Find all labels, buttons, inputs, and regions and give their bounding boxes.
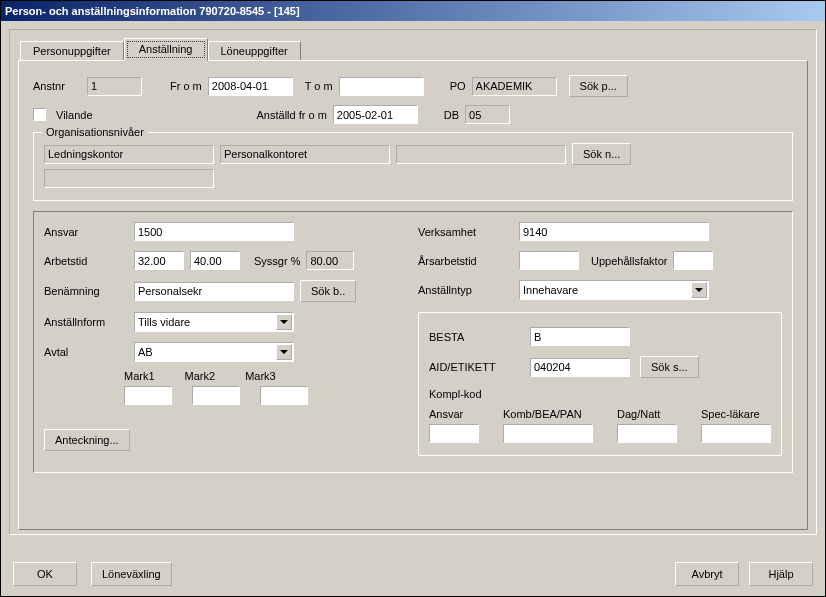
from-label: Fr o m <box>170 80 202 92</box>
arbetstid-label: Arbetstid <box>44 255 134 267</box>
ansvar-input[interactable] <box>134 222 294 241</box>
soks-button[interactable]: Sök s... <box>640 356 699 378</box>
org-legend: Organisationsnivåer <box>42 126 148 138</box>
bottom-buttons: OK Löneväxling Avbryt Hjälp <box>13 562 813 586</box>
org-n3 <box>396 145 566 164</box>
window: Person- och anställningsinformation 7907… <box>0 0 826 597</box>
po-input <box>472 77 557 96</box>
anstallntyp-value: Innehavare <box>523 284 578 296</box>
verksamhet-input[interactable] <box>519 222 709 241</box>
anstnr-label: Anstnr <box>33 80 81 92</box>
anstallnform-select[interactable]: Tills vidare <box>134 312 294 332</box>
arsarbetstid-label: Årsarbetstid <box>418 255 513 267</box>
avtal-label: Avtal <box>44 346 134 358</box>
chevron-down-icon[interactable] <box>276 314 292 330</box>
hjalp-button[interactable]: Hjälp <box>749 562 813 586</box>
anstallnform-label: Anställnform <box>44 316 134 328</box>
from-input[interactable] <box>208 77 293 96</box>
org-n4 <box>44 169 214 188</box>
avbryt-button[interactable]: Avbryt <box>675 562 739 586</box>
aid-etikett-label: AID/ETIKETT <box>429 361 524 373</box>
kompl-ansvar-input[interactable] <box>429 424 479 443</box>
sokb-button[interactable]: Sök b.. <box>300 280 356 302</box>
benamning-input[interactable] <box>134 282 294 301</box>
panel: Personuppgifter Anställning Löneuppgifte… <box>9 29 817 535</box>
anteckning-button[interactable]: Anteckning... <box>44 429 130 451</box>
anstallnform-value: Tills vidare <box>138 316 190 328</box>
right-column: Verksamhet Årsarbetstid Uppehållsfaktor … <box>418 222 782 466</box>
db-label: DB <box>444 109 459 121</box>
kompl-ansvar-label: Ansvar <box>429 408 479 420</box>
tab-personuppgifter[interactable]: Personuppgifter <box>20 41 124 60</box>
window-title: Person- och anställningsinformation 7907… <box>5 5 300 17</box>
vilande-checkbox[interactable] <box>33 108 46 121</box>
tab-loneuppgifter[interactable]: Löneuppgifter <box>208 41 301 60</box>
speclakare-label: Spec-läkare <box>701 408 760 420</box>
arbetstid1-input[interactable] <box>134 251 184 270</box>
titlebar[interactable]: Person- och anställningsinformation 7907… <box>1 1 825 21</box>
komb-input[interactable] <box>503 424 593 443</box>
anstallntyp-select[interactable]: Innehavare <box>519 280 709 300</box>
org-n2 <box>220 145 390 164</box>
komplkod-label: Kompl-kod <box>429 388 524 400</box>
details-panel: Ansvar Arbetstid Syssgr % Benämning <box>33 211 793 473</box>
mark3-input[interactable] <box>260 386 308 405</box>
speclakare-input[interactable] <box>701 424 771 443</box>
komb-label: Komb/BEA/PAN <box>503 408 593 420</box>
tom-input[interactable] <box>339 77 424 96</box>
verksamhet-label: Verksamhet <box>418 226 513 238</box>
po-label: PO <box>450 80 466 92</box>
client-area: Personuppgifter Anställning Löneuppgifte… <box>1 21 825 596</box>
syssgr-input <box>306 251 354 270</box>
org-fieldset: Organisationsnivåer Sök n... <box>33 132 793 201</box>
dagnatt-label: Dag/Natt <box>617 408 677 420</box>
tabstrip: Personuppgifter Anställning Löneuppgifte… <box>20 38 808 60</box>
besta-input[interactable] <box>530 327 630 346</box>
dagnatt-input[interactable] <box>617 424 677 443</box>
tom-label: T o m <box>305 80 333 92</box>
arbetstid2-input[interactable] <box>190 251 240 270</box>
mark3-label: Mark3 <box>245 370 276 382</box>
sokn-button[interactable]: Sök n... <box>572 143 631 165</box>
aid-etikett-input[interactable] <box>530 358 630 377</box>
anstallntyp-label: Anställntyp <box>418 284 513 296</box>
besta-label: BESTA <box>429 331 524 343</box>
ansvar-label: Ansvar <box>44 226 134 238</box>
vilande-label: Vilande <box>56 109 93 121</box>
benamning-label: Benämning <box>44 285 134 297</box>
mark1-label: Mark1 <box>124 370 155 382</box>
arsarbetstid-input[interactable] <box>519 251 579 270</box>
left-column: Ansvar Arbetstid Syssgr % Benämning <box>44 222 398 466</box>
org-n1 <box>44 145 214 164</box>
ok-button[interactable]: OK <box>13 562 77 586</box>
tab-anstallning[interactable]: Anställning <box>124 38 208 61</box>
tab-content: Anstnr Fr o m T o m PO Sök p... Vilande … <box>18 60 808 530</box>
avtal-select[interactable]: AB <box>134 342 294 362</box>
sokp-button[interactable]: Sök p... <box>569 75 628 97</box>
uppehall-input[interactable] <box>673 251 713 270</box>
anstnr-input <box>87 77 142 96</box>
chevron-down-icon[interactable] <box>691 282 707 298</box>
mark1-input[interactable] <box>124 386 172 405</box>
syssgr-label: Syssgr % <box>254 255 300 267</box>
uppehall-label: Uppehållsfaktor <box>591 255 667 267</box>
lonevaxling-button[interactable]: Löneväxling <box>91 562 172 586</box>
anstalld-from-input[interactable] <box>333 105 418 124</box>
avtal-value: AB <box>138 346 153 358</box>
mark2-label: Mark2 <box>185 370 216 382</box>
mark2-input[interactable] <box>192 386 240 405</box>
db-input <box>465 105 510 124</box>
besta-fieldset: BESTA AID/ETIKETT Sök s... Kompl-kod <box>418 312 782 456</box>
anstalld-from-label: Anställd fr o m <box>257 109 327 121</box>
chevron-down-icon[interactable] <box>276 344 292 360</box>
